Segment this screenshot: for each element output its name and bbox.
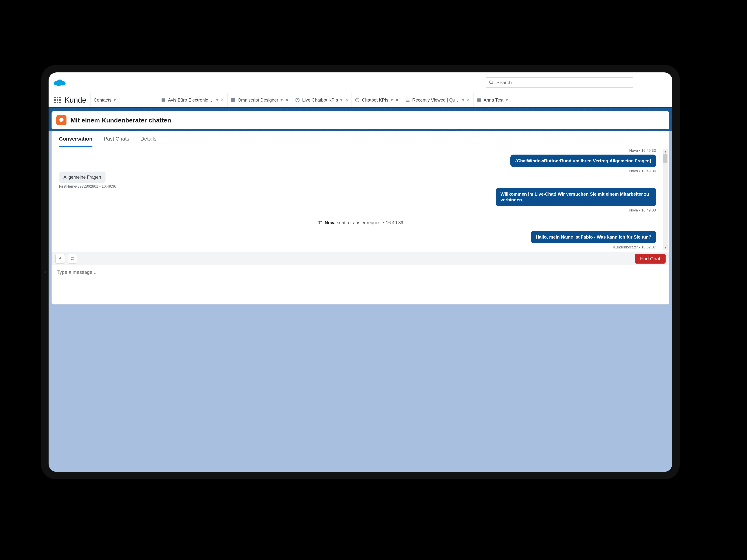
chevron-down-icon[interactable]: ▾ — [506, 98, 508, 103]
search-input[interactable] — [496, 80, 630, 85]
nav-tab-avis[interactable]: Avis Büro Electronic … ▾ ✕ — [158, 93, 228, 107]
nav-bar: Kunde Contacts ▾ Avis Büro Electronic … … — [49, 92, 672, 107]
tablet-camera — [45, 271, 46, 273]
svg-line-5 — [492, 83, 493, 84]
close-icon[interactable]: ✕ — [395, 98, 399, 103]
chevron-down-icon[interactable]: ▾ — [340, 98, 342, 103]
transfer-icon — [318, 220, 323, 225]
chevron-down-icon[interactable]: ▾ — [113, 98, 116, 103]
svg-rect-13 — [477, 98, 481, 102]
svg-rect-10 — [406, 99, 410, 99]
chevron-down-icon[interactable]: ▾ — [462, 98, 464, 103]
tab-label: Live Chatbot KPIs — [302, 98, 338, 103]
scroll-up-icon[interactable]: ▴ — [663, 149, 668, 154]
tab-label: Recently Viewed | Qu… — [412, 98, 460, 103]
tab-details[interactable]: Details — [140, 136, 156, 147]
chevron-down-icon[interactable]: ▾ — [216, 98, 218, 103]
message-meta: Nova • 16:49:38 — [629, 208, 656, 212]
svg-rect-6 — [161, 98, 165, 102]
dashboard-icon — [295, 98, 300, 103]
chevron-down-icon[interactable]: ▾ — [391, 98, 393, 103]
tab-conversation[interactable]: Conversation — [59, 136, 93, 147]
customer-message: Allgemeine Fragen — [59, 171, 105, 183]
end-chat-button[interactable]: End Chat — [635, 254, 666, 264]
agent-message: Hallo, mein Name ist Fabio - Was kann ic… — [531, 231, 656, 243]
message-composer[interactable] — [52, 265, 669, 304]
message-meta: Nova • 16:49:34 — [629, 169, 656, 173]
list-icon — [405, 98, 410, 103]
nav-tab-anna-test[interactable]: Anna Test ▾ — [473, 93, 511, 107]
tab-label: Omniscript Designer — [238, 98, 278, 103]
message-meta: FirstName-3972862861 • 16:49:36 — [59, 184, 116, 189]
tab-label: Avis Büro Electronic … — [168, 98, 214, 103]
app-switcher[interactable]: Kunde — [49, 93, 91, 107]
svg-point-14 — [318, 221, 320, 223]
message-meta: Kundenberater • 16:52:37 — [613, 245, 656, 249]
system-text: sent a transfer request — [337, 220, 382, 225]
tab-label: Chatbot KPIs — [362, 98, 388, 103]
global-search[interactable] — [485, 77, 634, 88]
svg-rect-11 — [406, 100, 410, 101]
app-launcher-icon[interactable] — [54, 97, 61, 103]
message-meta: Nova • 16:49:33 — [629, 149, 656, 153]
svg-rect-7 — [231, 98, 235, 102]
page-title: Mit einem Kundenberater chatten — [71, 117, 171, 124]
tablet-frame: Kunde Contacts ▾ Avis Büro Electronic … … — [41, 65, 680, 479]
app-name: Kunde — [65, 96, 86, 104]
chat-subtabs: Conversation Past Chats Details — [52, 131, 669, 147]
message-input[interactable] — [57, 269, 664, 300]
dashboard-icon — [355, 98, 360, 103]
nav-tab-live-kpis[interactable]: Live Chatbot KPIs ▾ ✕ — [292, 93, 352, 107]
scrollbar[interactable]: ▴ ▾ — [663, 149, 668, 250]
close-icon[interactable]: ✕ — [466, 98, 470, 103]
page-header: Mit einem Kundenberater chatten — [52, 111, 669, 129]
close-icon[interactable]: ✕ — [221, 98, 224, 103]
chat-panel: Conversation Past Chats Details ▴ ▾ Nova… — [52, 131, 669, 304]
salesforce-logo — [53, 78, 67, 87]
global-header — [49, 73, 672, 92]
composer-toolbar: End Chat — [52, 252, 669, 265]
chevron-down-icon[interactable]: ▾ — [281, 98, 283, 103]
svg-rect-12 — [406, 101, 410, 102]
nav-tab-chatbot-kpis[interactable]: Chatbot KPIs ▾ ✕ — [352, 93, 402, 107]
chat-icon — [56, 115, 67, 125]
close-icon[interactable]: ✕ — [285, 98, 289, 103]
app-icon — [231, 98, 235, 103]
scroll-down-icon[interactable]: ▾ — [663, 245, 668, 250]
nav-tab-omniscript[interactable]: Omniscript Designer ▾ ✕ — [228, 93, 292, 107]
system-time: 16:49:39 — [386, 220, 403, 225]
record-icon — [161, 98, 166, 103]
tab-past-chats[interactable]: Past Chats — [104, 136, 129, 147]
system-event: Nova sent a transfer request • 16:49:39 — [318, 220, 403, 225]
system-actor: Nova — [325, 220, 336, 225]
page-band: Mit einem Kundenberater chatten — [49, 107, 672, 131]
scroll-thumb[interactable] — [663, 154, 667, 163]
tab-label: Contacts — [94, 98, 111, 103]
empty-lower-area — [49, 308, 672, 472]
svg-point-3 — [56, 82, 61, 86]
nav-tab-recently-viewed[interactable]: Recently Viewed | Qu… ▾ ✕ — [402, 93, 473, 107]
search-icon — [489, 80, 494, 85]
tab-label: Anna Test — [484, 98, 504, 103]
agent-message: {ChatWindowButton:Rund um Ihren Vertrag,… — [510, 155, 656, 167]
agent-message: Willkommen im Live-Chat! Wir versuchen S… — [496, 188, 656, 206]
svg-point-4 — [489, 81, 492, 83]
nav-tab-contacts[interactable]: Contacts ▾ — [91, 93, 158, 107]
quick-text-button[interactable] — [68, 254, 77, 264]
close-icon[interactable]: ✕ — [345, 98, 349, 103]
contact-icon — [476, 98, 482, 103]
conversation-area: ▴ ▾ Nova • 16:49:33 {ChatWindowButton:Ru… — [52, 147, 669, 252]
raise-flag-button[interactable] — [55, 254, 65, 264]
